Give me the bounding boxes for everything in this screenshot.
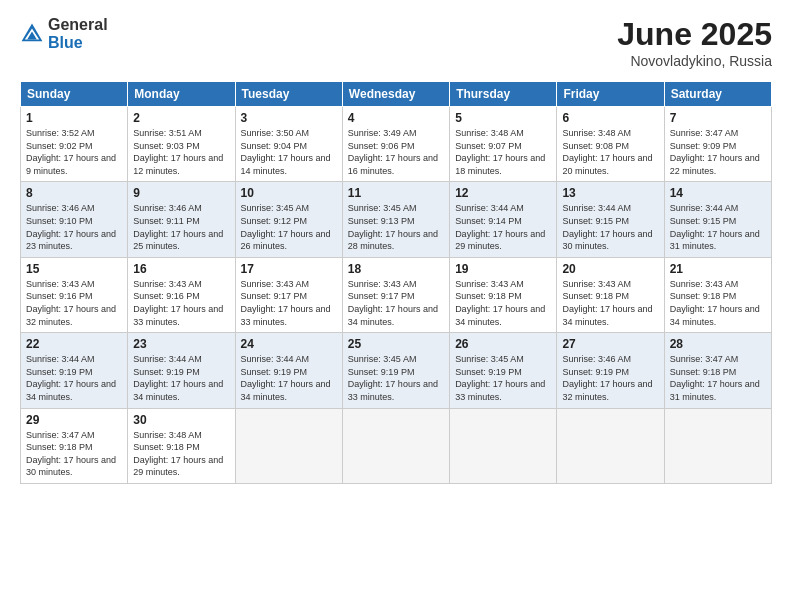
col-thursday: Thursday (450, 82, 557, 107)
title-block: June 2025 Novovladykino, Russia (617, 16, 772, 69)
table-row: 11 Sunrise: 3:45 AMSunset: 9:13 PMDaylig… (342, 182, 449, 257)
day-info: Sunrise: 3:44 AMSunset: 9:19 PMDaylight:… (133, 354, 223, 402)
day-number: 7 (670, 111, 766, 125)
day-number: 24 (241, 337, 337, 351)
day-number: 20 (562, 262, 658, 276)
table-row: 8 Sunrise: 3:46 AMSunset: 9:10 PMDayligh… (21, 182, 128, 257)
table-row: 28 Sunrise: 3:47 AMSunset: 9:18 PMDaylig… (664, 333, 771, 408)
day-number: 14 (670, 186, 766, 200)
day-number: 2 (133, 111, 229, 125)
day-number: 25 (348, 337, 444, 351)
table-row: 21 Sunrise: 3:43 AMSunset: 9:18 PMDaylig… (664, 257, 771, 332)
day-info: Sunrise: 3:44 AMSunset: 9:19 PMDaylight:… (241, 354, 331, 402)
table-row: 1 Sunrise: 3:52 AMSunset: 9:02 PMDayligh… (21, 107, 128, 182)
day-info: Sunrise: 3:43 AMSunset: 9:18 PMDaylight:… (670, 279, 760, 327)
day-number: 3 (241, 111, 337, 125)
day-info: Sunrise: 3:43 AMSunset: 9:16 PMDaylight:… (133, 279, 223, 327)
day-number: 16 (133, 262, 229, 276)
table-row (342, 408, 449, 483)
calendar-week-row: 29 Sunrise: 3:47 AMSunset: 9:18 PMDaylig… (21, 408, 772, 483)
day-info: Sunrise: 3:43 AMSunset: 9:18 PMDaylight:… (455, 279, 545, 327)
day-info: Sunrise: 3:47 AMSunset: 9:18 PMDaylight:… (670, 354, 760, 402)
day-info: Sunrise: 3:51 AMSunset: 9:03 PMDaylight:… (133, 128, 223, 176)
col-sunday: Sunday (21, 82, 128, 107)
day-number: 8 (26, 186, 122, 200)
day-number: 28 (670, 337, 766, 351)
day-info: Sunrise: 3:46 AMSunset: 9:11 PMDaylight:… (133, 203, 223, 251)
calendar-week-row: 15 Sunrise: 3:43 AMSunset: 9:16 PMDaylig… (21, 257, 772, 332)
table-row (450, 408, 557, 483)
calendar: Sunday Monday Tuesday Wednesday Thursday… (20, 81, 772, 484)
day-number: 11 (348, 186, 444, 200)
day-info: Sunrise: 3:45 AMSunset: 9:13 PMDaylight:… (348, 203, 438, 251)
day-number: 30 (133, 413, 229, 427)
table-row: 19 Sunrise: 3:43 AMSunset: 9:18 PMDaylig… (450, 257, 557, 332)
day-info: Sunrise: 3:43 AMSunset: 9:18 PMDaylight:… (562, 279, 652, 327)
page: General Blue June 2025 Novovladykino, Ru… (0, 0, 792, 612)
day-info: Sunrise: 3:45 AMSunset: 9:19 PMDaylight:… (348, 354, 438, 402)
table-row: 30 Sunrise: 3:48 AMSunset: 9:18 PMDaylig… (128, 408, 235, 483)
day-info: Sunrise: 3:43 AMSunset: 9:17 PMDaylight:… (241, 279, 331, 327)
day-info: Sunrise: 3:43 AMSunset: 9:17 PMDaylight:… (348, 279, 438, 327)
logo-general: General (48, 16, 108, 34)
logo-text: General Blue (48, 16, 108, 51)
month-title: June 2025 (617, 16, 772, 53)
day-number: 18 (348, 262, 444, 276)
day-number: 23 (133, 337, 229, 351)
table-row: 22 Sunrise: 3:44 AMSunset: 9:19 PMDaylig… (21, 333, 128, 408)
table-row: 7 Sunrise: 3:47 AMSunset: 9:09 PMDayligh… (664, 107, 771, 182)
calendar-week-row: 1 Sunrise: 3:52 AMSunset: 9:02 PMDayligh… (21, 107, 772, 182)
day-info: Sunrise: 3:50 AMSunset: 9:04 PMDaylight:… (241, 128, 331, 176)
header: General Blue June 2025 Novovladykino, Ru… (20, 16, 772, 69)
day-number: 15 (26, 262, 122, 276)
day-info: Sunrise: 3:48 AMSunset: 9:08 PMDaylight:… (562, 128, 652, 176)
day-info: Sunrise: 3:43 AMSunset: 9:16 PMDaylight:… (26, 279, 116, 327)
table-row: 26 Sunrise: 3:45 AMSunset: 9:19 PMDaylig… (450, 333, 557, 408)
day-number: 27 (562, 337, 658, 351)
table-row (235, 408, 342, 483)
day-info: Sunrise: 3:44 AMSunset: 9:15 PMDaylight:… (562, 203, 652, 251)
table-row: 3 Sunrise: 3:50 AMSunset: 9:04 PMDayligh… (235, 107, 342, 182)
table-row: 12 Sunrise: 3:44 AMSunset: 9:14 PMDaylig… (450, 182, 557, 257)
logo-icon (20, 22, 44, 46)
day-number: 29 (26, 413, 122, 427)
day-number: 4 (348, 111, 444, 125)
col-monday: Monday (128, 82, 235, 107)
day-info: Sunrise: 3:49 AMSunset: 9:06 PMDaylight:… (348, 128, 438, 176)
day-number: 6 (562, 111, 658, 125)
col-tuesday: Tuesday (235, 82, 342, 107)
table-row: 29 Sunrise: 3:47 AMSunset: 9:18 PMDaylig… (21, 408, 128, 483)
calendar-week-row: 8 Sunrise: 3:46 AMSunset: 9:10 PMDayligh… (21, 182, 772, 257)
table-row: 15 Sunrise: 3:43 AMSunset: 9:16 PMDaylig… (21, 257, 128, 332)
table-row: 9 Sunrise: 3:46 AMSunset: 9:11 PMDayligh… (128, 182, 235, 257)
table-row: 20 Sunrise: 3:43 AMSunset: 9:18 PMDaylig… (557, 257, 664, 332)
day-info: Sunrise: 3:47 AMSunset: 9:09 PMDaylight:… (670, 128, 760, 176)
day-info: Sunrise: 3:45 AMSunset: 9:12 PMDaylight:… (241, 203, 331, 251)
day-info: Sunrise: 3:47 AMSunset: 9:18 PMDaylight:… (26, 430, 116, 478)
day-number: 22 (26, 337, 122, 351)
col-friday: Friday (557, 82, 664, 107)
table-row: 25 Sunrise: 3:45 AMSunset: 9:19 PMDaylig… (342, 333, 449, 408)
table-row: 24 Sunrise: 3:44 AMSunset: 9:19 PMDaylig… (235, 333, 342, 408)
calendar-header-row: Sunday Monday Tuesday Wednesday Thursday… (21, 82, 772, 107)
table-row: 14 Sunrise: 3:44 AMSunset: 9:15 PMDaylig… (664, 182, 771, 257)
table-row: 23 Sunrise: 3:44 AMSunset: 9:19 PMDaylig… (128, 333, 235, 408)
col-saturday: Saturday (664, 82, 771, 107)
table-row: 4 Sunrise: 3:49 AMSunset: 9:06 PMDayligh… (342, 107, 449, 182)
calendar-week-row: 22 Sunrise: 3:44 AMSunset: 9:19 PMDaylig… (21, 333, 772, 408)
day-number: 19 (455, 262, 551, 276)
location: Novovladykino, Russia (617, 53, 772, 69)
day-number: 26 (455, 337, 551, 351)
table-row: 27 Sunrise: 3:46 AMSunset: 9:19 PMDaylig… (557, 333, 664, 408)
day-number: 1 (26, 111, 122, 125)
table-row: 10 Sunrise: 3:45 AMSunset: 9:12 PMDaylig… (235, 182, 342, 257)
logo-blue: Blue (48, 34, 108, 52)
day-info: Sunrise: 3:44 AMSunset: 9:14 PMDaylight:… (455, 203, 545, 251)
table-row: 13 Sunrise: 3:44 AMSunset: 9:15 PMDaylig… (557, 182, 664, 257)
table-row (664, 408, 771, 483)
table-row: 17 Sunrise: 3:43 AMSunset: 9:17 PMDaylig… (235, 257, 342, 332)
day-number: 13 (562, 186, 658, 200)
day-info: Sunrise: 3:46 AMSunset: 9:10 PMDaylight:… (26, 203, 116, 251)
day-number: 12 (455, 186, 551, 200)
day-number: 5 (455, 111, 551, 125)
